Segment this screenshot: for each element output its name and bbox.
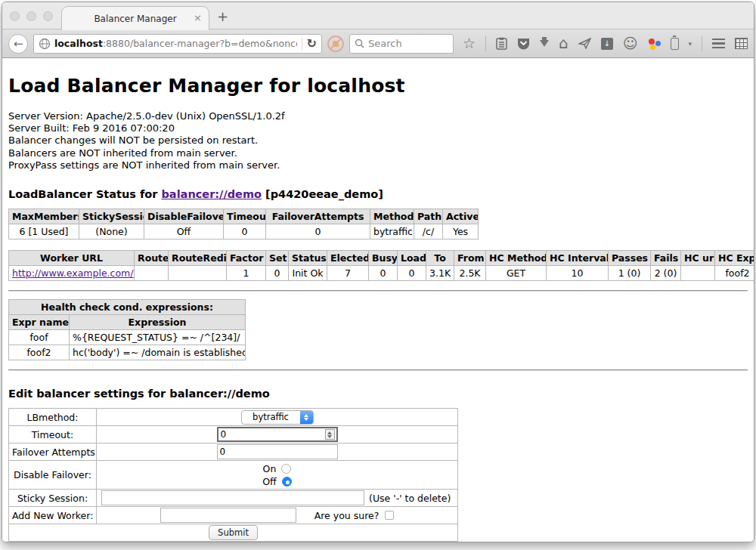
tab-strip: Balancer Manager × + (2, 2, 754, 29)
minimize-window-button[interactable] (26, 11, 36, 21)
divider (8, 369, 748, 371)
zoom-window-button[interactable] (43, 11, 53, 21)
table-row: 6 [1 Used] (None) Off 0 0 bytraffic /c/ … (9, 224, 479, 239)
balancer-status-table: MaxMembers StickySession DisableFailover… (8, 209, 479, 239)
back-arrow-icon: ← (14, 37, 23, 51)
browser-window: Balancer Manager × + ← localhost:8880/ba… (2, 2, 754, 542)
disable-failover-on-radio[interactable] (281, 464, 291, 474)
url-bar[interactable]: localhost:8880/balancer-manager?b=demo&n… (33, 34, 322, 54)
url-path: :8880/balancer-manager?b=demo&nonce=decc… (103, 38, 297, 49)
tab-title: Balancer Manager (94, 14, 176, 24)
send-tab-icon[interactable] (578, 38, 591, 49)
chat-smiley-icon[interactable]: ☺ (623, 37, 638, 50)
worker-table: Worker URL Route RouteRedir Factor Set S… (8, 250, 754, 281)
sticky-session-label: Sticky Session: (9, 490, 97, 507)
disable-failover-label: Disable Failover: (9, 461, 97, 490)
menu-icon[interactable] (712, 39, 725, 49)
sticky-session-hint: (Use '-' to delete) (369, 493, 451, 504)
status-heading: LoadBalancer Status for balancer://demo … (8, 188, 748, 200)
reload-icon[interactable]: ↻ (307, 36, 317, 51)
downloads-icon[interactable] (540, 40, 549, 47)
worker-row: http://www.example.com/ 1 0 Init Ok 7 0 … (9, 266, 754, 281)
search-placeholder: Search (368, 38, 402, 49)
toolbar-divider-2 (702, 36, 702, 51)
col-expr-name: Expr name (9, 315, 70, 330)
col-stickysession: StickySession (79, 209, 144, 224)
health-row: foof %{REQUEST_STATUS} =~ /^[234]/ (9, 330, 246, 345)
balancer-demo-link[interactable]: balancer://demo (161, 188, 262, 200)
inherit-note: Balancers are NOT inherited from main se… (8, 147, 748, 159)
new-tab-button[interactable]: + (217, 10, 228, 23)
navigation-toolbar: ← localhost:8880/balancer-manager?b=demo… (2, 29, 754, 58)
col-maxmembers: MaxMembers (9, 209, 79, 224)
col-worker-url: Worker URL (9, 251, 135, 266)
health-table-title: Health check cond. expressions: (9, 300, 246, 315)
divider (8, 290, 748, 292)
traffic-lights (10, 11, 53, 21)
radio-off-label: Off (262, 475, 276, 488)
col-expression: Expression (70, 315, 246, 330)
balancer-settings-form: LBmethod: bytraffic Timeout: (8, 408, 458, 542)
col-failoverattempts: FailoverAttempts (266, 209, 370, 224)
edit-settings-heading: Edit balancer settings for balancer://de… (8, 388, 748, 400)
search-icon (355, 39, 364, 48)
save-page-icon[interactable]: ↓ (601, 38, 613, 50)
home-icon[interactable]: ⌂ (559, 37, 569, 50)
globe-icon (39, 38, 51, 50)
search-bar[interactable]: Search (349, 34, 454, 54)
are-you-sure-checkbox[interactable] (385, 511, 394, 520)
radio-on-label: On (263, 462, 277, 475)
sticky-session-input[interactable] (101, 490, 364, 505)
add-worker-input[interactable] (160, 508, 296, 523)
lbmethod-select[interactable]: bytraffic (241, 410, 314, 425)
content-blocked-icon[interactable] (327, 36, 344, 52)
disable-failover-off-radio[interactable] (282, 477, 292, 487)
col-active: Active (443, 209, 479, 224)
server-version: Server Version: Apache/2.5.0-dev (Unix) … (8, 110, 748, 122)
are-you-sure-label: Are you sure? (314, 510, 380, 521)
server-info: Server Version: Apache/2.5.0-dev (Unix) … (8, 110, 748, 171)
timeout-label: Timeout: (9, 426, 97, 443)
submit-button[interactable]: Submit (209, 525, 258, 540)
worker-url-link[interactable]: http://www.example.com/ (12, 267, 133, 279)
url-text[interactable]: localhost:8880/balancer-manager?b=demo&n… (54, 38, 297, 49)
url-divider (302, 37, 302, 51)
proxypass-note: ProxyPass settings are NOT inherited fro… (8, 159, 748, 171)
add-new-worker-label: Add New Worker: (9, 507, 97, 524)
page-title: Load Balancer Manager for localhost (8, 75, 748, 97)
failover-attempts-input[interactable] (217, 444, 338, 459)
page-content: Load Balancer Manager for localhost Serv… (2, 58, 754, 542)
close-window-button[interactable] (10, 11, 20, 21)
number-spinner-icon[interactable] (325, 429, 335, 440)
tile-view-icon[interactable] (735, 38, 748, 49)
server-built: Server Built: Feb 9 2016 07:00:20 (8, 122, 748, 134)
lbmethod-label: LBmethod: (9, 409, 97, 426)
lbmethod-selected-value: bytraffic (242, 411, 300, 424)
select-stepper-icon (300, 411, 313, 424)
toolbar-divider (485, 36, 486, 51)
health-row: foof2 hc('body') =~ /domain is establish… (9, 345, 246, 360)
colored-dots-extension-icon[interactable] (648, 38, 661, 50)
timeout-input[interactable] (217, 427, 338, 442)
dropdown-caret-icon[interactable]: ▾ (689, 40, 692, 48)
pocket-icon[interactable] (517, 38, 530, 50)
battery-extension-icon[interactable] (671, 38, 679, 50)
tab-close-icon[interactable]: × (194, 12, 202, 23)
back-button[interactable]: ← (8, 34, 28, 54)
col-path: Path (414, 209, 443, 224)
url-host: localhost (54, 38, 103, 49)
col-timeout: Timeout (224, 209, 266, 224)
persist-note: Balancer changes will NOT be persisted o… (8, 134, 748, 147)
health-check-table: Health check cond. expressions: Expr nam… (8, 299, 246, 360)
bookmark-star-icon[interactable]: ☆ (463, 37, 476, 50)
col-method: Method (370, 209, 414, 224)
col-disablefailover: DisableFailover (144, 209, 224, 224)
toolbar-icons: ☆ ⌂ ↓ ☺ ▾ (463, 36, 748, 51)
reading-list-icon[interactable] (496, 37, 507, 50)
failover-attempts-label: Failover Attempts: (9, 443, 97, 461)
tab-balancer-manager[interactable]: Balancer Manager × (61, 6, 209, 30)
